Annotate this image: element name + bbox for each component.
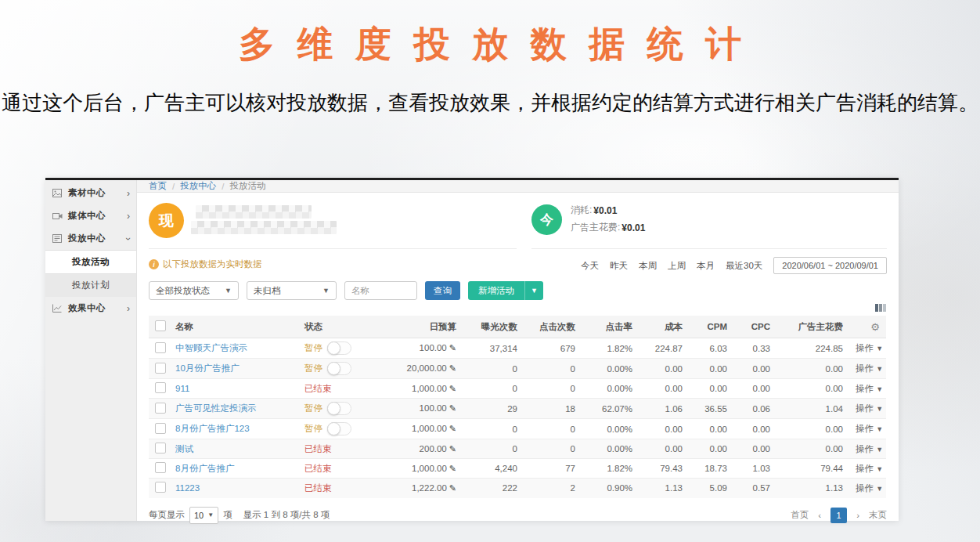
row-action-dropdown[interactable]: 操作 ▼ [849, 399, 886, 419]
censored-account-name [191, 205, 337, 234]
quick-date-3[interactable]: 上周 [668, 260, 686, 272]
row-checkbox[interactable] [155, 363, 166, 374]
cpm-value: 0.00 [689, 359, 733, 379]
edit-pencil-icon[interactable]: ✎ [449, 343, 456, 352]
chevron-down-icon: ▼ [524, 281, 543, 300]
campaign-name-link[interactable]: 10月份广告推广 [175, 363, 240, 373]
status-badge: 已结束 [304, 443, 332, 455]
pagination-item-4[interactable]: 末页 [869, 509, 887, 521]
quick-date-2[interactable]: 本周 [639, 260, 657, 272]
action-label: 操作 [856, 343, 874, 352]
status-toggle[interactable] [327, 341, 351, 355]
table-header-row: 名称状态日预算曝光次数点击次数点击率成本CPMCPC广告主花费⚙ [149, 316, 886, 338]
impressions-value: 0 [463, 379, 524, 399]
metric-line: 消耗:¥0.01 [571, 204, 645, 217]
column-chooser-icon[interactable] [875, 303, 886, 313]
chevron-down-icon: ▼ [876, 385, 883, 393]
name-search-input[interactable] [344, 281, 417, 300]
row-action-dropdown[interactable]: 操作 ▼ [849, 459, 886, 479]
edit-pencil-icon[interactable]: ✎ [449, 483, 456, 493]
edit-pencil-icon[interactable]: ✎ [449, 464, 456, 473]
account-header: 现 今 消耗:¥0.01广告主花费:¥0.01 [137, 193, 899, 249]
edit-pencil-icon[interactable]: ✎ [449, 444, 456, 453]
row-action-dropdown[interactable]: 操作 ▼ [849, 479, 886, 498]
edit-pencil-icon[interactable]: ✎ [449, 363, 456, 373]
page-size-select[interactable]: 10 ▼ [189, 507, 218, 524]
campaign-name-link[interactable]: 11223 [175, 483, 200, 493]
campaign-name-link[interactable]: 8月份广告推广123 [175, 424, 250, 433]
chevron-down-icon: ▼ [207, 511, 214, 519]
row-checkbox[interactable] [155, 482, 166, 493]
select-all-checkbox[interactable] [155, 320, 166, 331]
campaign-name-link[interactable]: 中智顾天广告演示 [175, 343, 247, 352]
row-action-dropdown[interactable]: 操作 ▼ [849, 379, 886, 399]
pagination-item-0[interactable]: 首页 [791, 509, 809, 521]
table-row: 911 已结束 1,000.00✎ 0 0 0.00% 0.00 0.00 0.… [149, 379, 886, 399]
column-header-5: 点击率 [582, 316, 639, 338]
create-activity-button[interactable]: 新增活动 ▼ [468, 281, 543, 300]
sidebar-item-0[interactable]: 素材中心› [45, 182, 136, 204]
row-action-dropdown[interactable]: 操作 ▼ [849, 338, 886, 359]
ctr-value: 1.82% [582, 459, 639, 479]
status-toggle[interactable] [327, 422, 351, 435]
sidebar-item-4[interactable]: 投放计划 [45, 273, 136, 297]
campaign-name-link[interactable]: 8月份广告推广 [175, 464, 234, 473]
cost-value: 1.13 [639, 479, 689, 498]
row-action-dropdown[interactable]: 操作 ▼ [849, 359, 886, 379]
quick-date-4[interactable]: 本月 [697, 260, 715, 272]
table-row: 广告可见性定投演示 暂停 100.00✎ 29 18 62.07% 1.06 3… [149, 399, 886, 419]
action-label: 操作 [856, 464, 874, 473]
spend-value: 0.00 [776, 419, 849, 439]
edit-pencil-icon[interactable]: ✎ [449, 424, 456, 433]
impressions-value: 222 [463, 479, 524, 498]
cost-value: 0.00 [639, 419, 689, 439]
ctr-value: 0.90% [582, 479, 639, 498]
row-checkbox[interactable] [155, 403, 166, 414]
row-checkbox[interactable] [155, 462, 166, 473]
edit-pencil-icon[interactable]: ✎ [449, 384, 456, 393]
quick-date-5[interactable]: 最近30天 [726, 260, 762, 272]
campaign-name-link[interactable]: 广告可见性定投演示 [175, 403, 257, 413]
status-select[interactable]: 全部投放状态 ▼ [149, 281, 239, 300]
campaign-name-link[interactable]: 911 [175, 384, 189, 393]
query-button[interactable]: 查询 [425, 281, 460, 300]
cpm-value: 0.00 [689, 439, 733, 459]
date-range-picker[interactable]: 2020/06/01 ~ 2020/09/01 [773, 257, 887, 274]
pagination-item-1[interactable]: ‹ [818, 511, 821, 520]
row-checkbox[interactable] [155, 423, 166, 434]
row-action-dropdown[interactable]: 操作 ▼ [849, 439, 886, 459]
impressions-value: 0 [463, 439, 524, 459]
row-action-dropdown[interactable]: 操作 ▼ [849, 419, 886, 439]
chevron-down-icon: ▼ [876, 446, 883, 453]
dashboard-panel: 素材中心›媒体中心›投放中心›投放活动投放计划效果中心› 首页/投放中心/投放活… [45, 178, 899, 521]
breadcrumb-item-0[interactable]: 首页 [149, 180, 167, 192]
sidebar-item-3[interactable]: 投放活动 [45, 250, 136, 273]
page-title: 多维度投放数据统计 [0, 20, 980, 69]
quick-date-0[interactable]: 今天 [581, 260, 599, 272]
breadcrumb: 首页/投放中心/投放活动 [137, 180, 899, 193]
sidebar-item-1[interactable]: 媒体中心› [45, 204, 136, 227]
pagination-item-3[interactable]: › [856, 511, 859, 520]
archive-select[interactable]: 未归档 ▼ [247, 281, 337, 300]
sidebar-item-2[interactable]: 投放中心› [45, 227, 136, 250]
campaign-name-link[interactable]: 测试 [175, 444, 193, 453]
breadcrumb-item-1[interactable]: 投放中心 [180, 180, 216, 192]
quick-date-1[interactable]: 昨天 [610, 260, 628, 272]
row-checkbox[interactable] [155, 342, 166, 353]
status-badge: 已结束 [304, 482, 332, 494]
row-checkbox[interactable] [155, 382, 166, 393]
cpc-value: 0.00 [733, 419, 776, 439]
table-row: 测试 已结束 200.00✎ 0 0 0.00% 0.00 0.00 0.00 … [149, 439, 886, 459]
daily-budget-value: 100.00 [420, 403, 447, 413]
edit-pencil-icon[interactable]: ✎ [449, 403, 456, 413]
action-label: 操作 [856, 483, 874, 493]
sidebar-item-label: 投放计划 [72, 280, 130, 291]
table-row: 中智顾天广告演示 暂停 100.00✎ 37,314 679 1.82% 224… [149, 338, 886, 359]
row-checkbox[interactable] [155, 443, 166, 453]
pagination-item-2[interactable]: 1 [830, 508, 847, 523]
sidebar-item-5[interactable]: 效果中心› [45, 297, 136, 320]
gear-icon[interactable]: ⚙ [870, 321, 880, 333]
status-toggle[interactable] [327, 362, 351, 375]
status-toggle[interactable] [327, 402, 351, 415]
chevron-down-icon: ▼ [876, 465, 883, 473]
